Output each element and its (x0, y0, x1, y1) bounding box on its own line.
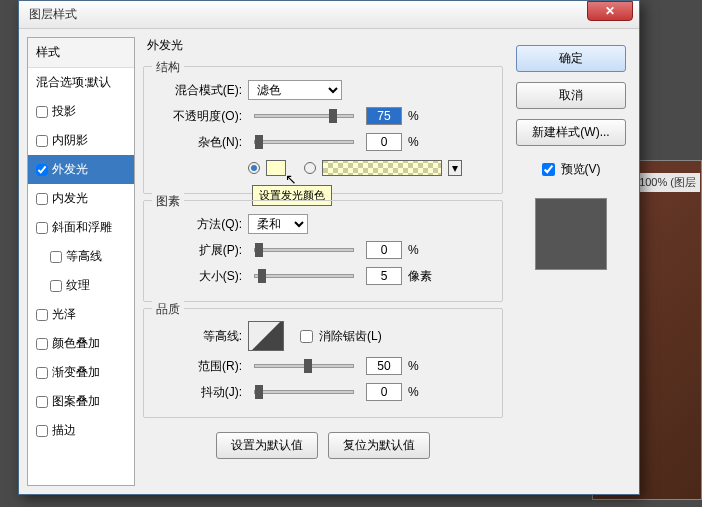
sidebar-item-texture[interactable]: 纹理 (28, 271, 134, 300)
size-value[interactable]: 5 (366, 267, 402, 285)
sidebar-item-bevel[interactable]: 斜面和浮雕 (28, 213, 134, 242)
size-label: 大小(S): (156, 268, 242, 285)
range-value[interactable]: 50 (366, 357, 402, 375)
opacity-value[interactable]: 75 (366, 107, 402, 125)
checkbox-inner-shadow[interactable] (36, 135, 48, 147)
group-elements: 图素 方法(Q): 柔和 扩展(P): 0 % 大小(S): 5 像素 (143, 200, 503, 302)
sidebar-item-outer-glow[interactable]: 外发光 (28, 155, 134, 184)
anti-alias-label: 消除锯齿(L) (319, 328, 382, 345)
blend-mode-select[interactable]: 滤色 (248, 80, 342, 100)
noise-unit: % (408, 135, 419, 149)
sidebar-item-gradient-overlay[interactable]: 渐变叠加 (28, 358, 134, 387)
checkbox-satin[interactable] (36, 309, 48, 321)
group-quality-title: 品质 (152, 301, 184, 318)
close-button[interactable]: ✕ (587, 1, 633, 21)
checkbox-drop-shadow[interactable] (36, 106, 48, 118)
noise-value[interactable]: 0 (366, 133, 402, 151)
checkbox-outer-glow[interactable] (36, 164, 48, 176)
group-quality: 品质 等高线: 消除锯齿(L) 范围(R): 50 % 抖动(J): (143, 308, 503, 418)
sidebar-header[interactable]: 样式 (28, 38, 134, 68)
glow-color-swatch[interactable] (266, 160, 286, 176)
contour-picker[interactable] (248, 321, 284, 351)
spread-value[interactable]: 0 (366, 241, 402, 259)
sidebar-item-contour[interactable]: 等高线 (28, 242, 134, 271)
sidebar-item-drop-shadow[interactable]: 投影 (28, 97, 134, 126)
spread-slider[interactable] (254, 248, 354, 252)
group-elements-title: 图素 (152, 193, 184, 210)
checkbox-pattern-overlay[interactable] (36, 396, 48, 408)
sidebar-item-pattern-overlay[interactable]: 图案叠加 (28, 387, 134, 416)
set-default-button[interactable]: 设置为默认值 (216, 432, 318, 459)
radio-color[interactable] (248, 162, 260, 174)
sidebar-blend-defaults[interactable]: 混合选项:默认 (28, 68, 134, 97)
anti-alias-checkbox[interactable] (300, 330, 313, 343)
noise-slider[interactable] (254, 140, 354, 144)
sidebar-item-inner-shadow[interactable]: 内阴影 (28, 126, 134, 155)
ok-button[interactable]: 确定 (516, 45, 626, 72)
sidebar-item-stroke[interactable]: 描边 (28, 416, 134, 445)
right-panel: 确定 取消 新建样式(W)... 预览(V) (511, 37, 631, 486)
technique-label: 方法(Q): (156, 216, 242, 233)
checkbox-inner-glow[interactable] (36, 193, 48, 205)
checkbox-color-overlay[interactable] (36, 338, 48, 350)
checkbox-gradient-overlay[interactable] (36, 367, 48, 379)
sidebar-item-color-overlay[interactable]: 颜色叠加 (28, 329, 134, 358)
cancel-button[interactable]: 取消 (516, 82, 626, 109)
preview-thumbnail (535, 198, 607, 270)
preview-checkbox[interactable] (542, 163, 555, 176)
panel-title: 外发光 (147, 37, 503, 54)
radio-gradient[interactable] (304, 162, 316, 174)
checkbox-bevel[interactable] (36, 222, 48, 234)
sidebar-item-satin[interactable]: 光泽 (28, 300, 134, 329)
reset-default-button[interactable]: 复位为默认值 (328, 432, 430, 459)
gradient-dropdown-icon[interactable]: ▾ (448, 160, 462, 176)
titlebar[interactable]: 图层样式 ✕ (19, 1, 639, 29)
spread-label: 扩展(P): (156, 242, 242, 259)
contour-label: 等高线: (156, 328, 242, 345)
group-structure-title: 结构 (152, 59, 184, 76)
blend-mode-label: 混合模式(E): (156, 82, 242, 99)
spread-unit: % (408, 243, 419, 257)
settings-panel: 外发光 结构 混合模式(E): 滤色 不透明度(O): 75 % 杂色(N): … (143, 37, 503, 486)
jitter-label: 抖动(J): (156, 384, 242, 401)
size-unit: 像素 (408, 268, 432, 285)
jitter-value[interactable]: 0 (366, 383, 402, 401)
opacity-slider[interactable] (254, 114, 354, 118)
range-label: 范围(R): (156, 358, 242, 375)
range-unit: % (408, 359, 419, 373)
sidebar-item-inner-glow[interactable]: 内发光 (28, 184, 134, 213)
noise-label: 杂色(N): (156, 134, 242, 151)
range-slider[interactable] (254, 364, 354, 368)
styles-sidebar: 样式 混合选项:默认 投影 内阴影 外发光 内发光 斜面和浮雕 等高线 纹理 光… (27, 37, 135, 486)
window-title: 图层样式 (29, 6, 77, 23)
jitter-slider[interactable] (254, 390, 354, 394)
glow-gradient-swatch[interactable] (322, 160, 442, 176)
checkbox-texture[interactable] (50, 280, 62, 292)
size-slider[interactable] (254, 274, 354, 278)
layer-style-dialog: 图层样式 ✕ 样式 混合选项:默认 投影 内阴影 外发光 内发光 斜面和浮雕 等… (18, 0, 640, 495)
technique-select[interactable]: 柔和 (248, 214, 308, 234)
preview-label: 预览(V) (561, 161, 601, 178)
group-structure: 结构 混合模式(E): 滤色 不透明度(O): 75 % 杂色(N): 0 % (143, 66, 503, 194)
checkbox-stroke[interactable] (36, 425, 48, 437)
opacity-label: 不透明度(O): (156, 108, 242, 125)
jitter-unit: % (408, 385, 419, 399)
checkbox-contour[interactable] (50, 251, 62, 263)
new-style-button[interactable]: 新建样式(W)... (516, 119, 626, 146)
opacity-unit: % (408, 109, 419, 123)
